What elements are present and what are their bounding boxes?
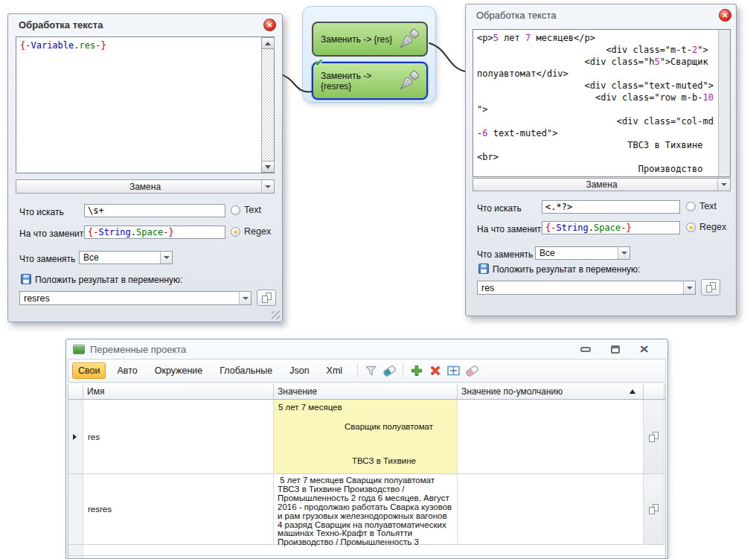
dropdown-button[interactable]: [717, 179, 730, 191]
clear-filter-button[interactable]: [380, 362, 399, 380]
replace-label: На что заменить: [477, 224, 545, 234]
radio-text[interactable]: Text: [686, 201, 717, 211]
copy-value-button[interactable]: [644, 400, 664, 474]
scope-label: Что заменять: [477, 249, 533, 260]
variable-default-cell[interactable]: [458, 400, 644, 474]
variables-window-icon: [73, 345, 85, 354]
dropdown-button[interactable]: [261, 180, 274, 193]
copy-icon: [649, 504, 659, 514]
result-label: Положить результат в переменную:: [35, 275, 182, 285]
save-icon: [21, 274, 31, 284]
toolbar-separator: [357, 363, 358, 378]
radio-regex[interactable]: Regex: [686, 222, 726, 232]
text-processing-dialog-right: Обработка текста ✕ <p>5 лет 7 месяцев</p…: [465, 4, 737, 316]
radio-regex[interactable]: Regex: [231, 226, 271, 237]
project-variables-window: Переменные проекта ✕ Свои Авто Окружение…: [65, 339, 668, 559]
variables-toolbar: Свои Авто Окружение Глобальные Json Xml: [68, 359, 666, 383]
search-input[interactable]: \s+: [84, 204, 225, 217]
variable-value-cell[interactable]: 5 лет 7 месяцев Сварщик полуавтомат ТВСЗ…: [274, 474, 458, 545]
empty-cell: [83, 545, 665, 558]
operation-select[interactable]: Замена: [16, 179, 275, 194]
delete-x-icon: [429, 365, 441, 377]
scroll-down-button[interactable]: [261, 161, 275, 173]
source-text-area[interactable]: <p>5 лет 7 месяцев</p> <div class="m-t-2…: [472, 29, 731, 177]
header-default-value[interactable]: Значение по-умолчанию: [458, 384, 644, 399]
resize-grip[interactable]: [272, 311, 280, 319]
variable-default-cell[interactable]: [458, 474, 644, 545]
row-selector-cell[interactable]: [68, 400, 83, 474]
radio-text-icon[interactable]: [231, 205, 240, 215]
chevron-down-icon: [621, 252, 627, 255]
variable-name-cell[interactable]: resres: [83, 474, 274, 545]
tab-json[interactable]: Json: [284, 362, 315, 379]
current-row-arrow-icon: [73, 434, 77, 440]
tab-globalnye[interactable]: Глобальные: [214, 362, 278, 379]
scope-select[interactable]: Все: [79, 251, 173, 264]
row-selector-cell[interactable]: [68, 545, 83, 558]
tab-xml[interactable]: Xml: [321, 362, 349, 379]
operation-label: Замена: [586, 179, 617, 190]
copy-value-button[interactable]: [644, 474, 664, 545]
scope-select[interactable]: Все: [535, 246, 630, 260]
replace-input[interactable]: {-String.Space-}: [542, 221, 680, 234]
arrow-down-icon: [265, 165, 271, 169]
header-name[interactable]: Имя: [83, 384, 274, 399]
operation-select[interactable]: Замена: [472, 178, 731, 191]
chevron-down-icon: [687, 287, 693, 290]
action-block-replace-res[interactable]: Заменить -> {res}: [312, 22, 428, 57]
pen-icon: [395, 68, 422, 95]
copy-variable-button[interactable]: [701, 279, 720, 296]
copy-variable-button[interactable]: [257, 290, 276, 306]
dialog-title: Обработка текста: [19, 19, 103, 31]
variable-value-cell[interactable]: 5 лет 7 месяцев Сварщик полуавтомат ТВСЗ…: [274, 400, 458, 474]
result-variable-select[interactable]: resres: [19, 291, 252, 305]
minimize-button[interactable]: [580, 347, 591, 352]
close-button[interactable]: ✕: [263, 19, 276, 31]
search-input[interactable]: <.*?>: [542, 200, 680, 214]
action-block-replace-resres[interactable]: ✔ Заменить ->{resres}: [312, 62, 428, 100]
scroll-up-button[interactable]: [261, 37, 275, 49]
replace-input[interactable]: {-String.Space-}: [84, 226, 225, 239]
radio-text-icon[interactable]: [686, 202, 696, 211]
source-text-area[interactable]: {-Variable.res-}: [16, 36, 275, 173]
restore-button[interactable]: [611, 345, 620, 354]
search-label: Что искать: [19, 207, 64, 217]
replace-label: На что заменить: [19, 229, 88, 239]
table-row: res 5 лет 7 месяцев Сварщик полуавтомат …: [68, 400, 665, 474]
radio-regex-icon[interactable]: [686, 223, 696, 232]
row-selector-cell[interactable]: [68, 474, 83, 545]
dropdown-button[interactable]: [618, 247, 630, 259]
fit-columns-icon: [447, 365, 460, 376]
chevron-down-icon: [265, 185, 271, 188]
radio-regex-icon[interactable]: [231, 227, 240, 237]
add-variable-button[interactable]: [407, 362, 426, 380]
vertical-scrollbar[interactable]: [261, 37, 274, 173]
dropdown-button[interactable]: [160, 252, 172, 263]
table-row: resres 5 лет 7 месяцев Сварщик полуавтом…: [68, 474, 665, 545]
tab-okruzhenie[interactable]: Окружение: [149, 362, 209, 379]
vertical-scrollbar[interactable]: [718, 30, 730, 176]
copy-icon: [706, 282, 716, 293]
tab-svoi[interactable]: Свои: [72, 362, 106, 379]
radio-text[interactable]: Text: [231, 205, 261, 215]
tab-avto[interactable]: Авто: [111, 362, 143, 379]
eraser-icon: [465, 364, 479, 377]
close-button[interactable]: ✕: [639, 344, 649, 354]
delete-variable-button[interactable]: [426, 362, 444, 380]
action-block-label: Заменить ->{resres}: [321, 71, 371, 92]
variable-name-cell[interactable]: res: [83, 400, 274, 474]
close-button[interactable]: ✕: [719, 9, 731, 22]
success-check-icon: ✔: [315, 57, 324, 68]
result-variable-select[interactable]: res: [477, 281, 696, 295]
filter-button[interactable]: [362, 362, 380, 380]
header-copy: [644, 384, 664, 399]
clear-variables-button[interactable]: [463, 362, 481, 380]
fit-columns-button[interactable]: [444, 362, 463, 380]
table-header-row: Имя Значение Значение по-умолчанию: [68, 384, 665, 400]
window-titlebar[interactable]: Переменные проекта ✕: [66, 339, 667, 359]
chevron-down-icon: [721, 183, 727, 186]
dropdown-button[interactable]: [683, 281, 695, 294]
dropdown-button[interactable]: [239, 292, 251, 304]
window-title: Переменные проекта: [90, 344, 186, 355]
header-value[interactable]: Значение: [274, 384, 458, 399]
